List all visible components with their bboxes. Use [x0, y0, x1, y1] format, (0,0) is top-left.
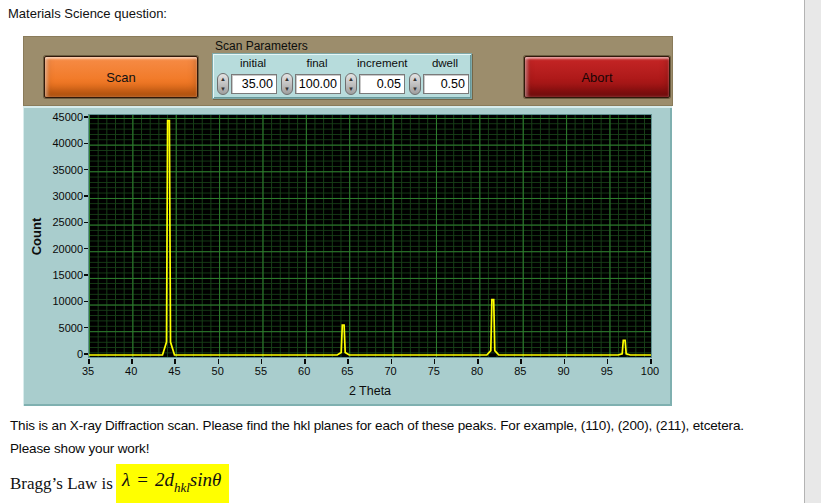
y-tick-label: 45000 — [52, 111, 88, 123]
spinner-up-icon[interactable]: ▲ — [218, 74, 228, 84]
spinner-up-icon[interactable]: ▲ — [282, 74, 292, 84]
x-tick-label: 95 — [590, 365, 624, 377]
y-tick-label: 0 — [77, 348, 88, 360]
x-tick-label: 45 — [157, 365, 191, 377]
x-tick-mark — [607, 359, 609, 364]
xrd-plot-panel: Count 0500010000150002000025000300003500… — [23, 106, 672, 406]
spinner-down-icon[interactable]: ▼ — [410, 84, 420, 94]
bragg-formula-highlight: λ=2dhklsinθ — [116, 464, 229, 503]
x-tick-label: 60 — [287, 365, 321, 377]
y-tick-label: 35000 — [52, 164, 88, 176]
scan-parameters-cluster: initial ▲▼ 35.00 final ▲▼ 100.00 increme… — [212, 53, 472, 99]
spinner-up-icon[interactable]: ▲ — [346, 74, 356, 84]
formula-sintheta: sinθ — [190, 469, 222, 490]
vertical-scrollbar[interactable] — [804, 0, 821, 503]
bragg-law-line: Bragg’s Law is λ=2dhklsinθ — [10, 464, 229, 503]
bragg-prefix: Bragg’s Law is — [10, 474, 113, 494]
y-tick-label: 30000 — [52, 190, 88, 202]
x-tick-label: 65 — [330, 365, 364, 377]
x-tick-label: 50 — [201, 365, 235, 377]
y-tick-label: 5000 — [59, 322, 88, 334]
x-tick-mark — [131, 359, 133, 364]
y-tick-label: 25000 — [52, 216, 88, 228]
final-value-field[interactable]: 100.00 — [295, 74, 341, 94]
question-line-2: Please show your work! — [10, 437, 790, 460]
y-axis: 0500010000150002000025000300003500040000… — [47, 114, 88, 358]
scan-button[interactable]: Scan — [44, 56, 198, 98]
xrd-trace — [89, 115, 651, 357]
x-tick-mark — [218, 359, 220, 364]
x-tick-label: 80 — [460, 365, 494, 377]
x-tick-label: 100 — [633, 365, 667, 377]
field-dwell-label: dwell — [421, 57, 469, 69]
initial-value-field[interactable]: 35.00 — [231, 74, 277, 94]
scan-button-label: Scan — [106, 70, 136, 85]
control-bar: Scan Scan Parameters initial ▲▼ 35.00 fi… — [23, 36, 673, 106]
x-tick-label: 40 — [114, 365, 148, 377]
x-tick-label: 55 — [244, 365, 278, 377]
x-tick-label: 75 — [417, 365, 451, 377]
final-spinner[interactable]: ▲▼ — [281, 73, 293, 95]
x-tick-mark — [520, 359, 522, 364]
x-tick-label: 70 — [374, 365, 408, 377]
scan-parameters-label: Scan Parameters — [215, 39, 308, 53]
y-axis-title: Count — [30, 217, 45, 255]
x-tick-mark — [304, 359, 306, 364]
abort-button[interactable]: Abort — [524, 56, 670, 98]
x-tick-mark — [261, 359, 263, 364]
y-tick-label: 20000 — [52, 243, 88, 255]
field-initial-label: initial — [229, 57, 277, 69]
y-tick-label: 15000 — [52, 269, 88, 281]
question-line-1: This is an X-ray Diffraction scan. Pleas… — [10, 414, 790, 437]
field-dwell: dwell ▲▼ 0.50 — [409, 57, 471, 97]
plot-area — [88, 114, 652, 358]
abort-button-label: Abort — [581, 70, 612, 85]
y-tick-label: 10000 — [52, 295, 88, 307]
formula-equals: = — [137, 469, 148, 490]
formula-subscript-hkl: hkl — [174, 480, 190, 495]
x-tick-mark — [88, 359, 90, 364]
field-increment: increment ▲▼ 0.05 — [345, 57, 407, 97]
formula-lambda: λ — [122, 469, 130, 490]
spinner-down-icon[interactable]: ▼ — [282, 84, 292, 94]
field-final-label: final — [293, 57, 341, 69]
x-tick-mark — [391, 359, 393, 364]
field-final: final ▲▼ 100.00 — [281, 57, 343, 97]
increment-spinner[interactable]: ▲▼ — [345, 73, 357, 95]
x-axis: 35404550556065707580859095100 — [88, 358, 654, 380]
xrd-trace-path — [89, 121, 651, 355]
x-tick-mark — [477, 359, 479, 364]
increment-value-field[interactable]: 0.05 — [359, 74, 405, 94]
x-tick-mark — [347, 359, 349, 364]
x-tick-label: 35 — [71, 365, 105, 377]
spinner-down-icon[interactable]: ▼ — [346, 84, 356, 94]
y-axis-title-wrap: Count — [25, 114, 49, 358]
x-tick-mark — [434, 359, 436, 364]
formula-2d: 2d — [155, 469, 174, 490]
x-tick-mark — [564, 359, 566, 364]
x-axis-title: 2 Theta — [88, 384, 652, 398]
x-tick-label: 85 — [503, 365, 537, 377]
field-initial: initial ▲▼ 35.00 — [217, 57, 279, 97]
y-tick-label: 40000 — [52, 137, 88, 149]
field-increment-label: increment — [357, 57, 405, 69]
x-tick-mark — [174, 359, 176, 364]
spinner-up-icon[interactable]: ▲ — [410, 74, 420, 84]
initial-spinner[interactable]: ▲▼ — [217, 73, 229, 95]
page-title: Materials Science question: — [8, 6, 167, 21]
x-tick-label: 90 — [547, 365, 581, 377]
question-text: This is an X-ray Diffraction scan. Pleas… — [10, 414, 790, 460]
x-tick-mark — [650, 359, 652, 364]
dwell-spinner[interactable]: ▲▼ — [409, 73, 421, 95]
dwell-value-field[interactable]: 0.50 — [423, 74, 469, 94]
spinner-down-icon[interactable]: ▼ — [218, 84, 228, 94]
